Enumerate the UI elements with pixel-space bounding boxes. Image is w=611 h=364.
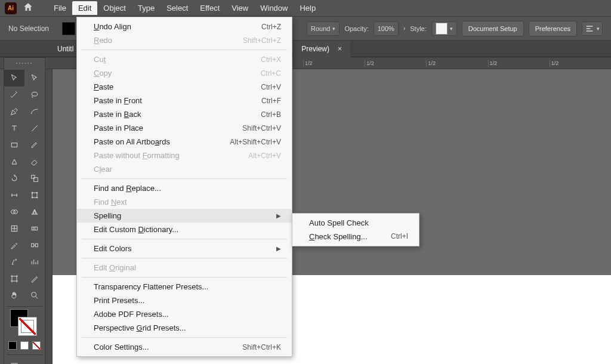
menu-item-paste-in-back[interactable]: Paste in BackCtrl+B [77,107,292,121]
opacity-value: 100% [378,25,394,32]
screen-mode-tool[interactable] [4,357,24,364]
menu-item-paste-in-front[interactable]: Paste in FrontCtrl+F [77,94,292,107]
spelling-submenu: Auto Spell CheckCheck Spelling...Ctrl+I [292,213,419,246]
menu-item-label: Spelling [94,211,121,220]
fill-stroke-control[interactable] [8,309,41,339]
menu-item-edit-original: Edit Original [77,261,292,274]
submenu-item-shortcut: Ctrl+I [391,232,408,241]
menu-item-label: Print Presets... [94,296,144,305]
menu-item-paste[interactable]: PasteCtrl+V [77,80,292,94]
document-setup-button[interactable]: Document Setup [462,21,524,36]
menu-help[interactable]: Help [294,1,322,15]
pen-tool[interactable] [4,103,24,120]
shape-builder-tool[interactable] [4,203,24,220]
symbol-sprayer-tool[interactable] [4,254,24,270]
style-dropdown[interactable]: ▾ [431,21,457,36]
mesh-tool[interactable] [4,220,24,237]
fill-swatch[interactable] [62,22,75,35]
gradient-tool[interactable] [24,220,45,237]
menu-file[interactable]: File [48,1,72,15]
zoom-tool[interactable] [24,287,45,304]
menu-item-shortcut: Shift+Ctrl+V [242,124,281,132]
edit-toolbar-button[interactable]: ⋯ [24,357,45,364]
curvature-tool[interactable] [24,103,45,120]
perspective-grid-tool[interactable] [24,203,45,220]
preferences-button[interactable]: Preferences [529,21,577,36]
rectangle-tool[interactable] [4,137,24,153]
menu-window[interactable]: Window [254,1,294,15]
cap-dropdown[interactable]: Round ▾ [307,21,340,36]
menu-item-label: Redo [94,36,112,45]
column-graph-tool[interactable] [24,254,45,270]
menu-item-paste-in-place[interactable]: Paste in PlaceShift+Ctrl+V [77,121,292,135]
menu-view[interactable]: View [226,1,254,15]
menu-item-paste-on-all-artboards[interactable]: Paste on All ArtboardsAlt+Shift+Ctrl+V [77,135,292,149]
ruler-tick: 1/2 [303,60,365,67]
menu-edit[interactable]: Edit [72,1,97,15]
color-mode-solid[interactable] [8,341,17,350]
menu-item-transparency-flattener-presets[interactable]: Transparency Flattener Presets... [77,280,292,294]
type-tool[interactable] [4,120,24,137]
style-label: Style: [410,25,427,32]
svg-rect-13 [32,243,34,246]
fill-stroke-swatches[interactable] [62,22,75,35]
scale-tool[interactable] [24,170,45,187]
close-tab-icon[interactable]: × [338,45,342,53]
document-tab[interactable]: Preview) × [293,41,350,57]
width-tool[interactable] [4,187,24,203]
slice-tool[interactable] [24,270,45,287]
menu-object[interactable]: Object [97,1,132,15]
align-menu[interactable]: ▾ [582,21,603,36]
menu-item-edit-custom-dictionary[interactable]: Edit Custom Dictionary... [77,223,292,236]
menu-item-shortcut: Ctrl+F [261,97,281,105]
svg-rect-12 [32,227,37,230]
menu-item-perspective-grid-presets[interactable]: Perspective Grid Presets... [77,321,292,335]
color-mode-none[interactable] [32,341,41,350]
svg-rect-4 [32,193,37,198]
submenu-item-check-spelling[interactable]: Check Spelling...Ctrl+I [292,230,419,243]
hand-tool[interactable] [4,287,24,304]
menu-item-label: Paste in Front [94,96,142,105]
free-transform-tool[interactable] [24,187,45,203]
eraser-tool[interactable] [24,153,45,170]
menu-item-print-presets[interactable]: Print Presets... [77,294,292,307]
shaper-tool[interactable] [4,153,24,170]
blend-tool[interactable] [24,237,45,254]
menu-item-label: Edit Original [94,263,136,272]
menu-item-edit-colors[interactable]: Edit Colors▶ [77,242,292,255]
color-mode-gradient[interactable] [20,341,29,350]
submenu-item-auto-spell-check[interactable]: Auto Spell Check [292,216,419,230]
artboard-tool[interactable] [4,270,24,287]
menu-item-shortcut: Shift+Ctrl+K [242,343,281,351]
line-segment-tool[interactable] [24,120,45,137]
menu-select[interactable]: Select [161,1,194,15]
menu-effect[interactable]: Effect [194,1,226,15]
home-icon[interactable] [23,2,33,15]
rotate-tool[interactable] [4,170,24,187]
doc-tab-left: Untitl [53,45,78,53]
menu-item-undo-align[interactable]: Undo AlignCtrl+Z [77,20,292,33]
eyedropper-tool[interactable] [4,237,24,254]
menu-item-find-and-replace[interactable]: Find and Replace... [77,181,292,195]
menu-item-shortcut: Ctrl+V [261,83,281,91]
menu-item-adobe-pdf-presets[interactable]: Adobe PDF Presets... [77,307,292,321]
paintbrush-tool[interactable] [24,137,45,153]
chevron-right-icon[interactable]: › [403,25,405,32]
menu-type[interactable]: Type [132,1,161,15]
style-swatch [436,23,448,35]
lasso-tool[interactable] [24,87,45,103]
selection-tool[interactable] [4,70,24,87]
menu-item-shortcut: Alt+Ctrl+V [248,152,281,160]
panel-grip-icon[interactable]: •••••• [16,60,33,66]
menu-item-label: Edit Custom Dictionary... [94,225,178,234]
menu-item-label: Paste on All Artboards [94,137,170,146]
menu-item-label: Find and Replace... [94,184,161,193]
opacity-field[interactable]: 100% [374,21,399,36]
stroke-color[interactable] [18,317,36,335]
menu-item-color-settings[interactable]: Color Settings...Shift+Ctrl+K [77,340,292,354]
magic-wand-tool[interactable] [4,87,24,103]
menu-item-label: Undo Align [94,22,131,31]
menu-item-spelling[interactable]: Spelling▶ [77,209,292,223]
direct-selection-tool[interactable] [24,70,45,87]
svg-rect-1 [11,143,17,147]
